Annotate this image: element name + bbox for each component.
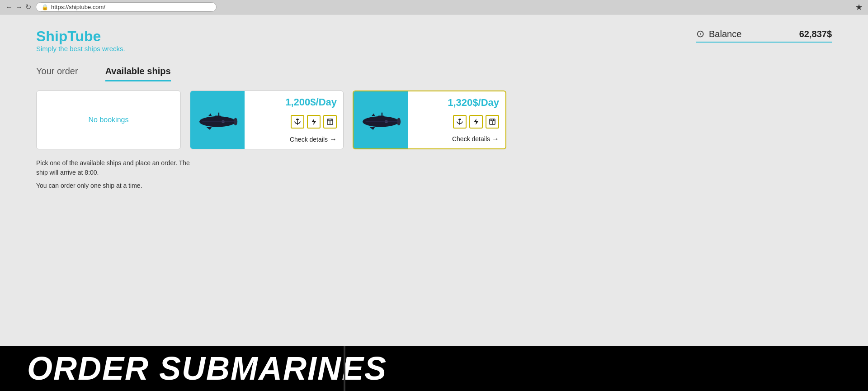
logo-section: ShipTube Simply the best ships wrecks. — [36, 28, 125, 52]
svg-marker-24 — [474, 119, 478, 125]
ship-icons-row-2 — [414, 115, 499, 129]
balance-label: Balance — [709, 29, 795, 39]
bottom-banner: ORDER SUBMARINES — [0, 346, 868, 391]
info-text-1: Pick one of the available ships and plac… — [36, 158, 190, 177]
balance-section: ⊙ Balance 62,837$ — [696, 28, 832, 43]
check-details-arrow-1: → — [330, 135, 337, 143]
svg-marker-11 — [311, 119, 316, 125]
tab-available-ships[interactable]: Available ships — [105, 66, 171, 81]
balance-underline — [696, 42, 832, 43]
info-text-2: You can order only one ship at a time. — [36, 181, 190, 191]
ship-price-2: 1,320$/Day — [414, 97, 499, 109]
ship-info-2: 1,320$/Day — [408, 91, 505, 148]
refresh-icon[interactable]: ↻ — [25, 3, 31, 11]
check-details-1[interactable]: Check details → — [251, 135, 337, 143]
bookmark-star-icon[interactable]: ★ — [855, 2, 863, 12]
svg-line-22 — [457, 122, 458, 122]
ship-feature-box-1 — [323, 115, 337, 129]
header: ShipTube Simply the best ships wrecks. ⊙… — [36, 28, 832, 52]
svg-rect-1 — [214, 115, 221, 120]
ship-card-1[interactable]: 1,200$/Day — [190, 91, 344, 149]
svg-rect-2 — [218, 113, 220, 116]
back-icon[interactable]: ← — [5, 3, 13, 11]
tab-your-order[interactable]: Your order — [36, 66, 78, 81]
banner-divider — [344, 346, 345, 391]
order-card: No bookings — [36, 91, 181, 149]
ship-image-area-1 — [190, 91, 245, 149]
svg-marker-18 — [371, 113, 375, 116]
browser-navigation: ← → ↻ — [5, 3, 31, 11]
tabs: Your order Available ships — [36, 66, 832, 81]
ship-feature-anchor-1 — [291, 115, 304, 129]
ship-feature-lightning-1 — [307, 115, 321, 129]
balance-icon: ⊙ — [696, 28, 704, 40]
banner-text: ORDER SUBMARINES — [27, 350, 387, 387]
balance-row: ⊙ Balance 62,837$ — [696, 28, 832, 40]
info-section: Pick one of the available ships and plac… — [36, 158, 190, 191]
ship-feature-anchor-2 — [453, 115, 467, 129]
check-details-2[interactable]: Check details → — [414, 135, 499, 143]
logo-subtitle: Simply the best ships wrecks. — [36, 45, 125, 52]
forward-icon[interactable]: → — [15, 3, 23, 11]
svg-line-23 — [462, 122, 463, 122]
page-content: ShipTube Simply the best ships wrecks. ⊙… — [0, 14, 868, 391]
address-bar[interactable]: 🔒 https://shiptube.com/ — [36, 2, 217, 12]
svg-marker-4 — [206, 127, 212, 130]
submarine-image-1 — [195, 109, 240, 131]
svg-rect-14 — [377, 115, 384, 120]
ship-price-1: 1,200$/Day — [251, 96, 337, 108]
svg-marker-17 — [369, 127, 375, 130]
svg-rect-15 — [382, 113, 383, 116]
ship-feature-lightning-2 — [469, 115, 483, 129]
ship-card-2[interactable]: 1,320$/Day — [353, 91, 506, 149]
cards-container: No bookings — [36, 91, 832, 149]
svg-line-10 — [300, 122, 301, 122]
no-bookings-text: No bookings — [89, 116, 129, 124]
check-details-arrow-2: → — [492, 135, 499, 143]
svg-line-9 — [294, 122, 295, 122]
balance-amount: 62,837$ — [799, 29, 832, 39]
url-text: https://shiptube.com/ — [51, 4, 105, 10]
ship-icons-row-1 — [251, 115, 337, 129]
ship-image-area-2 — [354, 91, 408, 148]
logo-title: ShipTube — [36, 28, 125, 45]
lock-icon: 🔒 — [42, 4, 48, 10]
ship-info-1: 1,200$/Day — [245, 91, 343, 149]
submarine-image-2 — [358, 109, 403, 131]
browser-chrome: ← → ↻ 🔒 https://shiptube.com/ ★ — [0, 0, 868, 14]
ship-feature-box-2 — [486, 115, 499, 129]
svg-marker-5 — [208, 113, 212, 116]
